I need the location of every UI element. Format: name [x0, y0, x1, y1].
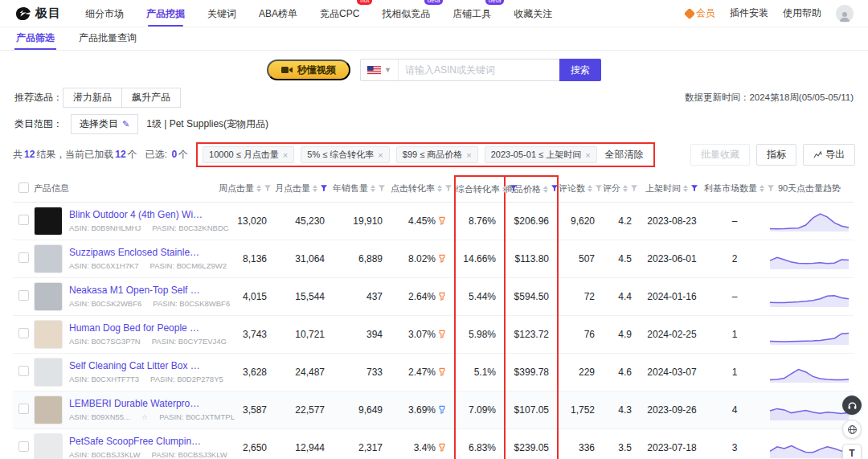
column-header-90天点击量趋势[interactable]: 90天点击量趋势 — [765, 176, 854, 202]
filter-funnel-icon[interactable] — [595, 184, 603, 194]
help-link[interactable]: 使用帮助 — [783, 6, 821, 20]
filter-tag-label: 2023-05-01 ≤ 上架时间 — [491, 149, 581, 161]
user-avatar[interactable] — [836, 5, 854, 23]
product-title-link[interactable]: Self Cleaning Cat Litter Box Large Autom… — [69, 360, 204, 371]
filter-funnel-icon[interactable] — [264, 184, 272, 194]
language-button[interactable] — [842, 420, 862, 439]
brand-logo[interactable]: 极目 — [14, 6, 61, 21]
product-asins: ASIN: B0C7SG3P7NPASIN: B0CY7EVJ4G — [69, 337, 219, 346]
row-checkbox[interactable] — [18, 366, 29, 376]
product-image[interactable] — [34, 358, 63, 387]
sort-icon[interactable] — [588, 185, 592, 192]
column-header-利基市场数量[interactable]: 利基市场数量 — [704, 176, 765, 202]
column-header-月点击量[interactable]: 月点击量 — [275, 176, 333, 202]
sort-icon[interactable] — [313, 185, 317, 192]
nav-item-找相似竞品[interactable]: 找相似竞品beta — [382, 0, 430, 27]
export-button[interactable]: 导出 — [803, 144, 855, 166]
column-header-评分[interactable]: 评分 — [603, 176, 640, 202]
column-header-点击转化率[interactable]: 点击转化率 — [391, 176, 455, 202]
row-checkbox[interactable] — [18, 252, 29, 263]
sort-icon[interactable] — [371, 185, 375, 192]
product-title-link[interactable]: PetSafe ScoopFree Clumping Self-Cleaning… — [69, 436, 204, 447]
sort-icon[interactable] — [623, 185, 628, 192]
column-header-综合转化率[interactable]: 综合转化率 — [455, 176, 505, 202]
column-header-年销售量[interactable]: 年销售量 — [333, 176, 391, 202]
filter-tag[interactable]: 5% ≤ 综合转化率× — [301, 146, 390, 163]
product-title-link[interactable]: LEMBERI Durable Waterproof Plastic Dog H… — [69, 398, 204, 409]
click-cvr-cell: 4.45% — [391, 202, 455, 240]
nav-item-收藏关注[interactable]: 收藏关注 — [514, 0, 552, 27]
remove-filter-icon[interactable]: × — [283, 150, 288, 160]
listed-date-value: 2024-02-25 — [647, 329, 696, 340]
product-image[interactable] — [34, 207, 63, 236]
product-image[interactable] — [34, 244, 63, 273]
membership-button[interactable]: 会员 — [686, 6, 715, 20]
remove-filter-icon[interactable]: × — [466, 150, 471, 160]
filter-funnel-icon[interactable] — [551, 184, 559, 194]
product-image[interactable] — [34, 282, 63, 311]
nav-item-竞品CPC[interactable]: 竞品CPChot — [320, 0, 359, 27]
back-to-top-button[interactable]: T — [842, 444, 862, 459]
product-image[interactable] — [34, 395, 63, 424]
price-value: $239.05 — [514, 442, 549, 453]
star-icon[interactable]: ☆ — [141, 413, 148, 421]
year-sales-cell: 437 — [333, 277, 391, 315]
sort-icon[interactable] — [256, 185, 261, 192]
marketplace-select[interactable]: ▼ — [361, 59, 399, 80]
tab-产品筛选[interactable]: 产品筛选 — [14, 27, 56, 50]
batch-favorite-button[interactable]: 批量收藏 — [690, 144, 750, 166]
filter-funnel-icon[interactable] — [320, 184, 328, 194]
row-checkbox[interactable] — [18, 404, 29, 414]
row-checkbox[interactable] — [18, 215, 29, 225]
filter-tag[interactable]: $99 ≤ 商品价格× — [396, 146, 478, 163]
customer-service-button[interactable] — [842, 395, 862, 415]
filter-funnel-icon[interactable] — [690, 184, 698, 194]
remove-filter-icon[interactable]: × — [378, 150, 383, 160]
product-title-link[interactable]: Human Dog Bed for People Large - Bean Ba… — [69, 322, 204, 334]
search-input[interactable] — [399, 64, 559, 76]
column-header-周点击量[interactable]: 周点击量 — [219, 176, 275, 202]
product-asins: ASIN: B0CXHTF7T3PASIN: B0D2P278Y5 — [69, 375, 219, 383]
filter-tag[interactable]: 2023-05-01 ≤ 上架时间× — [485, 146, 597, 163]
column-header-商品价格[interactable]: 商品价格 — [505, 176, 558, 202]
nav-item-ABA榜单[interactable]: ABA榜单 — [259, 0, 297, 27]
filter-funnel-icon[interactable] — [767, 184, 775, 194]
metrics-button[interactable]: 指标 — [756, 144, 796, 166]
sort-icon[interactable] — [437, 185, 442, 192]
potential-new-button[interactable]: 潜力新品 — [63, 88, 122, 108]
person-icon — [838, 10, 851, 23]
filter-funnel-icon[interactable] — [444, 184, 452, 194]
product-title-link[interactable]: Neakasa M1 Open-Top Self Cleaning Cat Li… — [69, 285, 204, 296]
clear-all-filters[interactable]: 全部清除 — [604, 148, 645, 162]
remove-filter-icon[interactable]: × — [585, 150, 590, 160]
filter-funnel-icon[interactable] — [630, 184, 638, 194]
product-image[interactable] — [34, 433, 63, 459]
filter-tag[interactable]: 10000 ≤ 月点击量× — [203, 146, 294, 163]
quick-video-button[interactable]: 秒懂视频 — [267, 59, 350, 80]
sort-icon[interactable] — [683, 185, 688, 192]
rising-products-button[interactable]: 飙升产品 — [121, 88, 181, 108]
filter-funnel-icon[interactable] — [378, 184, 386, 194]
select-category-button[interactable]: 选择类目 ✎ — [71, 114, 138, 134]
sort-icon[interactable] — [760, 185, 764, 192]
plugin-install-link[interactable]: 插件安装 — [730, 6, 768, 20]
nav-item-产品挖掘[interactable]: 产品挖掘 — [146, 0, 185, 27]
column-header-产品信息[interactable]: 产品信息 — [34, 176, 219, 202]
nav-item-细分市场[interactable]: 细分市场 — [85, 0, 124, 27]
nav-item-店铺工具[interactable]: 店铺工具beta — [452, 0, 491, 27]
product-image[interactable] — [34, 320, 63, 349]
listed-date-value: 2023-08-23 — [647, 215, 696, 227]
product-title-link[interactable]: Blink Outdoor 4 (4th Gen) Wire-free smar… — [69, 209, 204, 220]
search-button[interactable]: 搜索 — [559, 59, 601, 81]
sort-icon[interactable] — [543, 186, 548, 193]
nav-item-关键词[interactable]: 关键词 — [207, 0, 236, 27]
column-header-评论数[interactable]: 评论数 — [558, 176, 603, 202]
select-all-checkbox[interactable] — [18, 182, 29, 193]
niche-count-value: 1 — [732, 367, 738, 378]
row-checkbox[interactable] — [18, 328, 29, 338]
row-checkbox[interactable] — [18, 441, 29, 452]
tab-产品批量查询[interactable]: 产品批量查询 — [77, 27, 138, 50]
column-header-上架时间[interactable]: 上架时间 — [640, 176, 704, 202]
row-checkbox[interactable] — [18, 290, 29, 301]
product-title-link[interactable]: Suzzipaws Enclosed Stainless Steel Cat L… — [69, 247, 204, 258]
